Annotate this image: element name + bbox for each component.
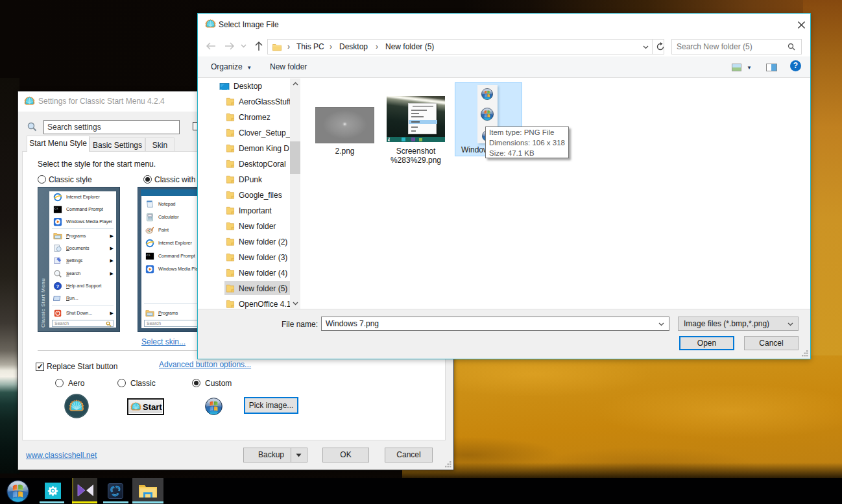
- svg-text:?: ?: [56, 283, 60, 289]
- svg-text:C:\: C:\: [147, 254, 150, 257]
- svg-text:C:\: C:\: [54, 207, 58, 210]
